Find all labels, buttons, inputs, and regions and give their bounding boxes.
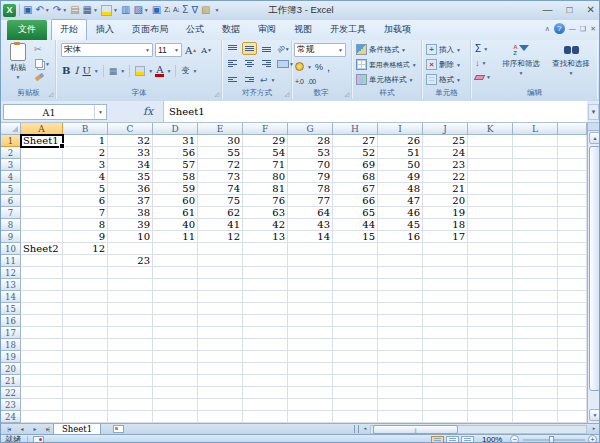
select-all-corner[interactable]	[1, 123, 21, 135]
cell-K13[interactable]	[468, 279, 513, 291]
cell-I13[interactable]	[378, 279, 423, 291]
table-icon[interactable]: ▥	[121, 4, 130, 16]
cell-D3[interactable]: 57	[153, 159, 198, 171]
font-color-button[interactable]: A	[155, 64, 164, 77]
cell-A24[interactable]	[21, 411, 63, 423]
cell-F4[interactable]: 80	[243, 171, 288, 183]
cell-F14[interactable]	[243, 291, 288, 303]
cell-G18[interactable]	[288, 339, 333, 351]
row-header-13[interactable]: 13	[1, 279, 21, 291]
cell-K1[interactable]	[468, 135, 513, 147]
autosum-button[interactable]: Σ▼	[475, 43, 488, 54]
cell-G13[interactable]	[288, 279, 333, 291]
row-header-3[interactable]: 3	[1, 159, 21, 171]
minimize-button[interactable]: —	[543, 4, 553, 15]
orientation-icon[interactable]: ab▼	[276, 42, 291, 55]
cell-A2[interactable]	[21, 147, 63, 159]
cell-styles-button[interactable]: 单元格样式▼	[356, 73, 413, 86]
cell-D4[interactable]: 58	[153, 171, 198, 183]
cell-H23[interactable]	[333, 399, 378, 411]
increase-indent-icon[interactable]	[242, 73, 257, 86]
cell-D20[interactable]	[153, 363, 198, 375]
cell-I12[interactable]	[378, 267, 423, 279]
cell-K6[interactable]	[468, 195, 513, 207]
cell-partial23[interactable]	[558, 399, 587, 411]
paste-dropdown-icon[interactable]: ▼	[16, 74, 21, 80]
cell-F11[interactable]	[243, 255, 288, 267]
cell-C13[interactable]	[108, 279, 153, 291]
number-dialog-launcher[interactable]: ◿	[344, 90, 349, 97]
cell-C10[interactable]	[108, 243, 153, 255]
cell-D6[interactable]: 60	[153, 195, 198, 207]
cell-H19[interactable]	[333, 351, 378, 363]
cell-D18[interactable]	[153, 339, 198, 351]
cell-J20[interactable]	[423, 363, 468, 375]
cell-F7[interactable]: 63	[243, 207, 288, 219]
cut-button[interactable]: ✂	[34, 44, 42, 54]
cell-E4[interactable]: 73	[198, 171, 243, 183]
cell-B8[interactable]: 8	[63, 219, 108, 231]
insert-cells-button[interactable]: 插入▼	[426, 43, 461, 56]
cell-F9[interactable]: 13	[243, 231, 288, 243]
cell-K20[interactable]	[468, 363, 513, 375]
clipboard-dialog-launcher[interactable]: ◿	[48, 90, 53, 97]
cell-F21[interactable]	[243, 375, 288, 387]
cell-E17[interactable]	[198, 327, 243, 339]
cell-D13[interactable]	[153, 279, 198, 291]
cell-F3[interactable]: 71	[243, 159, 288, 171]
column-header-F[interactable]: F	[243, 123, 288, 135]
vertical-split-handle[interactable]	[588, 123, 600, 131]
cell-J17[interactable]	[423, 327, 468, 339]
cell-G8[interactable]: 43	[288, 219, 333, 231]
cell-G9[interactable]: 14	[288, 231, 333, 243]
cell-H13[interactable]	[333, 279, 378, 291]
cell-L3[interactable]	[513, 159, 558, 171]
cell-G20[interactable]	[288, 363, 333, 375]
cell-A19[interactable]	[21, 351, 63, 363]
cell-H4[interactable]: 68	[333, 171, 378, 183]
cell-K23[interactable]	[468, 399, 513, 411]
cell-K12[interactable]	[468, 267, 513, 279]
cell-L13[interactable]	[513, 279, 558, 291]
cell-K16[interactable]	[468, 315, 513, 327]
row-header-7[interactable]: 7	[1, 207, 21, 219]
cell-G14[interactable]	[288, 291, 333, 303]
tab-页面布局[interactable]: 页面布局	[123, 19, 177, 40]
cell-K18[interactable]	[468, 339, 513, 351]
cell-H7[interactable]: 65	[333, 207, 378, 219]
cell-B9[interactable]: 9	[63, 231, 108, 243]
cell-H12[interactable]	[333, 267, 378, 279]
column-header-J[interactable]: J	[423, 123, 468, 135]
cell-A6[interactable]	[21, 195, 63, 207]
cell-L8[interactable]	[513, 219, 558, 231]
insert-worksheet-icon[interactable]	[113, 425, 124, 433]
cell-I2[interactable]: 51	[378, 147, 423, 159]
autosum-icon[interactable]: Σ	[182, 4, 188, 16]
cell-F5[interactable]: 81	[243, 183, 288, 195]
cell-I19[interactable]	[378, 351, 423, 363]
cell-C19[interactable]	[108, 351, 153, 363]
cell-L20[interactable]	[513, 363, 558, 375]
row-header-14[interactable]: 14	[1, 291, 21, 303]
column-header-A[interactable]: A	[21, 123, 63, 135]
cell-D23[interactable]	[153, 399, 198, 411]
cell-E18[interactable]	[198, 339, 243, 351]
cell-J21[interactable]	[423, 375, 468, 387]
cell-L10[interactable]	[513, 243, 558, 255]
zoom-in-icon[interactable]: +	[588, 435, 597, 443]
row-header-6[interactable]: 6	[1, 195, 21, 207]
cell-B12[interactable]	[63, 267, 108, 279]
cell-B5[interactable]: 5	[63, 183, 108, 195]
cell-partial12[interactable]	[558, 267, 587, 279]
cell-L1[interactable]	[513, 135, 558, 147]
cell-G15[interactable]	[288, 303, 333, 315]
bold-button[interactable]: B	[61, 64, 71, 77]
cell-F19[interactable]	[243, 351, 288, 363]
cell-F12[interactable]	[243, 267, 288, 279]
cell-J10[interactable]	[423, 243, 468, 255]
row-header-17[interactable]: 17	[1, 327, 21, 339]
cell-B10[interactable]: 12	[63, 243, 108, 255]
paste-button[interactable]: 粘贴 ▼	[5, 43, 31, 80]
cell-E6[interactable]: 75	[198, 195, 243, 207]
align-bottom-icon[interactable]	[259, 42, 274, 55]
